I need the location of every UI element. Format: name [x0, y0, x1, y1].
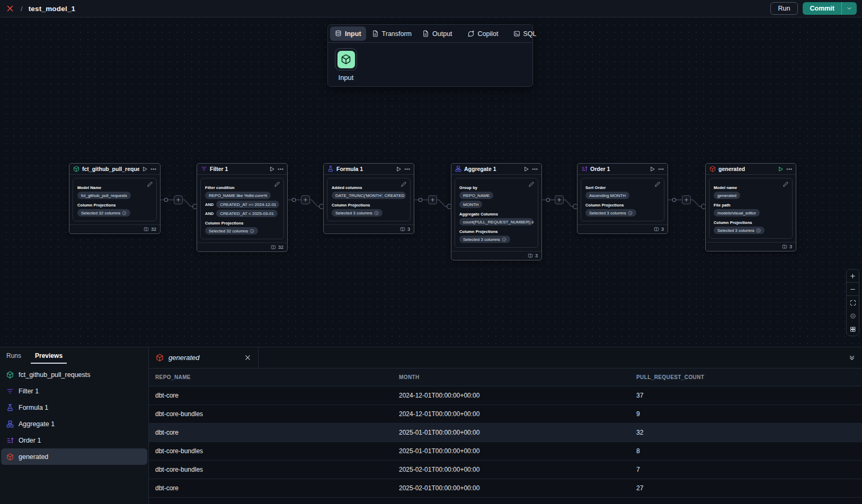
collapse-panel-button[interactable] [848, 347, 856, 368]
sidebar-item-aggregate-1[interactable]: Aggregate 1 [1, 416, 147, 432]
table-row[interactable]: dbt-core 2025-02-01T00:00:00+00:00 27 [149, 479, 862, 497]
play-icon[interactable] [778, 166, 784, 172]
table-row[interactable]: dbt-core-bundles 2025-01-01T00:00:00+00:… [149, 442, 862, 460]
pencil-icon[interactable] [783, 182, 788, 187]
topbar-actions: Run Commit [770, 2, 857, 15]
ellipsis-icon[interactable] [532, 166, 538, 172]
tab-previews[interactable]: Previews [31, 352, 67, 364]
info-icon[interactable] [250, 229, 254, 233]
add-node-button[interactable] [174, 195, 183, 204]
tab-runs[interactable]: Runs [2, 352, 25, 364]
node-generated[interactable]: generated Model name generated File path… [705, 163, 796, 251]
table-row[interactable]: dbt-core-bundles 2025-02-01T00:00:00+00:… [149, 460, 862, 479]
node-list: fct_github_pull_requests Filter 1 Formul… [0, 364, 148, 467]
add-node-button[interactable] [682, 195, 691, 204]
play-icon[interactable] [523, 166, 529, 172]
field-label: Column Projections [77, 203, 152, 208]
topbar: / test_model_1 Run Commit [0, 0, 862, 17]
chevrons-down-icon [848, 354, 856, 362]
value-chip: CREATED_AT >= 2024-12-01 [216, 201, 279, 208]
value-chip: Selected 32 columns [77, 209, 130, 217]
bottom-panel: Runs Previews fct_github_pull_requests F… [0, 347, 862, 504]
palette-tab-copilot[interactable]: Copilot [463, 26, 503, 41]
info-icon[interactable] [628, 211, 633, 215]
plus-icon [684, 197, 689, 202]
ellipsis-icon[interactable] [150, 166, 156, 172]
play-icon[interactable] [396, 166, 402, 172]
pencil-icon[interactable] [401, 182, 406, 187]
ellipsis-icon[interactable] [404, 166, 410, 172]
zoom-in-icon [849, 273, 856, 280]
table-row[interactable]: dbt-core 2024-12-01T00:00:00+00:00 37 [149, 386, 862, 404]
node-formula-1[interactable]: Formula 1 Added columns DATE_TRUNC('MONT… [323, 163, 414, 234]
canvas[interactable]: Input Transform Output Copilot [0, 17, 862, 347]
play-icon[interactable] [269, 166, 275, 172]
cube-icon [6, 453, 14, 461]
ellipsis-icon[interactable] [786, 166, 792, 172]
value-chip: DATE_TRUNC('MONTH', CREATED_AT... [332, 192, 406, 199]
node-order-1[interactable]: Order 1 Sort Order Ascending MONTH Colum… [577, 163, 668, 234]
preview-table: REPO_NAME MONTH PULL_REQUEST_COUNT dbt-c… [149, 368, 862, 498]
file-icon [372, 30, 379, 37]
pencil-icon[interactable] [529, 182, 534, 187]
sidebar-item-filter-1[interactable]: Filter 1 [1, 383, 147, 399]
field-label: Column Projections [332, 203, 406, 208]
grid-icon [850, 326, 856, 332]
info-icon[interactable] [756, 228, 761, 233]
layout-button[interactable] [847, 322, 859, 336]
add-node-button[interactable] [301, 195, 310, 204]
value-chip: Selected 32 columns [205, 227, 258, 235]
node-aggregate-1[interactable]: Aggregate 1 Group by REPO_NAME MONTH Agg… [451, 163, 542, 260]
node-fct-github-pull-requests[interactable]: fct_github_pull_requests Model Name fct_… [69, 163, 161, 234]
sidebar-item-order-1[interactable]: Order 1 [1, 432, 147, 448]
node-filter-1[interactable]: Filter 1 Filter condition REPO_NAME like… [197, 163, 288, 252]
table-row[interactable]: dbt-core-bundles 2024-12-01T00:00:00+00:… [149, 404, 862, 423]
palette-tab-sql[interactable]: SQL [509, 26, 541, 41]
zoom-in-button[interactable] [847, 269, 859, 283]
commit-button[interactable]: Commit [803, 2, 841, 15]
table-row[interactable]: dbt-core 2025-01-01T00:00:00+00:00 32 [149, 423, 862, 442]
info-icon[interactable] [122, 211, 127, 215]
add-node-button[interactable] [428, 195, 437, 204]
palette-tab-transform[interactable]: Transform [367, 26, 417, 41]
commit-button-group: Commit [803, 2, 857, 15]
columns-count-icon [144, 227, 149, 232]
column-header: REPO_NAME [149, 368, 393, 386]
fit-view-button[interactable] [847, 296, 859, 309]
commit-caret-button[interactable] [841, 2, 857, 15]
play-icon[interactable] [142, 166, 148, 172]
locate-button[interactable] [847, 309, 859, 322]
field-label: Sort Order [585, 185, 660, 190]
play-icon[interactable] [650, 166, 655, 172]
column-count: 3 [407, 227, 410, 232]
info-icon[interactable] [502, 237, 506, 242]
zoom-out-button[interactable] [847, 283, 859, 296]
info-icon[interactable] [374, 211, 379, 215]
add-node-button[interactable] [555, 195, 564, 204]
sidebar-item-generated[interactable]: generated [1, 448, 147, 465]
node-title: Filter 1 [210, 166, 266, 172]
pencil-icon[interactable] [655, 182, 660, 187]
pencil-icon[interactable] [147, 182, 153, 187]
close-icon[interactable] [244, 354, 251, 361]
cube-icon [337, 51, 355, 68]
palette-tab-output[interactable]: Output [417, 26, 457, 41]
pencil-icon[interactable] [274, 182, 280, 187]
sql-icon [513, 30, 520, 37]
sidebar-item-fct-github-pull-requests[interactable]: fct_github_pull_requests [1, 366, 147, 383]
value-chip: Selected 3 columns [459, 236, 510, 243]
plus-icon [557, 197, 562, 202]
ellipsis-icon[interactable] [658, 166, 664, 172]
node-title: Formula 1 [336, 166, 393, 172]
sidebar-item-formula-1[interactable]: Formula 1 [1, 399, 147, 416]
copilot-icon [467, 30, 475, 38]
run-button[interactable]: Run [770, 2, 798, 15]
preview-tab-generated[interactable]: generated [149, 347, 259, 368]
edge [668, 195, 705, 209]
column-header: MONTH [393, 368, 630, 386]
palette-tab-input[interactable]: Input [330, 26, 366, 41]
ellipsis-icon[interactable] [278, 166, 283, 172]
value-chip: Selected 3 columns [332, 209, 383, 217]
bottom-tabs: Runs Previews [0, 347, 148, 364]
palette-item-input[interactable]: Input [335, 48, 357, 82]
